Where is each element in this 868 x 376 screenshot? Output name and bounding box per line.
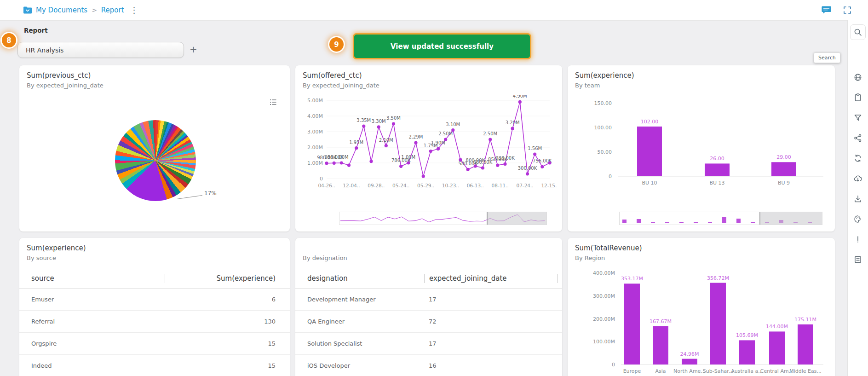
add-tab-button[interactable]: + <box>190 45 197 54</box>
breadcrumb-report[interactable]: Report <box>101 6 124 14</box>
line-point[interactable] <box>399 165 402 168</box>
line-point[interactable] <box>540 165 544 168</box>
x-tick: 10-23.. <box>442 183 459 188</box>
table-row[interactable]: iOS Developer16 <box>295 355 562 376</box>
bar[interactable] <box>769 331 785 364</box>
bar[interactable] <box>771 162 796 176</box>
table-row[interactable]: QA Engineer72 <box>295 311 562 333</box>
y-tick: 1.00M <box>307 160 323 166</box>
line-point[interactable] <box>422 174 425 178</box>
line-point[interactable] <box>496 164 499 167</box>
bar-value-label: 102.00 <box>641 119 659 125</box>
breadcrumb-my-documents[interactable]: My Documents <box>23 6 87 14</box>
line-point[interactable] <box>355 146 358 150</box>
annotation-badge-8: 8 <box>2 33 16 47</box>
bar[interactable] <box>710 283 726 365</box>
table-cell: 16 <box>424 362 557 369</box>
clipboard-icon[interactable] <box>853 93 863 103</box>
line-point[interactable] <box>429 150 432 153</box>
line-point[interactable] <box>385 144 388 147</box>
bar-value-label: 105.69M <box>736 332 758 338</box>
column-header[interactable]: Sum(experience) <box>165 274 285 283</box>
line-point[interactable] <box>481 166 484 169</box>
table-row[interactable]: Orgspire15 <box>19 333 290 355</box>
range-selector[interactable] <box>619 212 822 225</box>
line-point[interactable] <box>474 164 477 168</box>
legend-icon[interactable] <box>270 98 277 108</box>
x-tick: 06-13.. <box>467 183 484 188</box>
tab-hr-analysis[interactable]: HR Analysis <box>17 42 184 58</box>
search-icon[interactable] <box>850 24 866 40</box>
table-row[interactable]: Indeed15 <box>19 355 290 376</box>
column-divider[interactable] <box>285 274 285 283</box>
point-label: 1.56M <box>528 146 542 151</box>
line-point[interactable] <box>392 122 395 125</box>
line-point[interactable] <box>377 125 380 128</box>
bar-value-label: 167.67M <box>650 318 672 324</box>
card-sum-offered-ctc: Sum(offered_ctc) By expected_joining_dat… <box>295 65 562 231</box>
line-point[interactable] <box>451 128 454 132</box>
line-point[interactable] <box>414 141 417 145</box>
card-sum-experience-source: Sum(experience) By source sourceSum(expe… <box>19 238 290 376</box>
y-tick: 5.00M <box>307 98 323 104</box>
line-point[interactable] <box>511 127 514 130</box>
column-divider[interactable] <box>557 274 558 283</box>
bar-chart-team[interactable]: 150.00100.0050.000102.00BU 1026.00BU 132… <box>571 92 829 191</box>
bar-value-label: 353.17M <box>621 276 643 282</box>
line-point[interactable] <box>340 161 343 164</box>
line-point[interactable] <box>518 100 522 104</box>
line-point[interactable] <box>407 161 410 164</box>
line-point[interactable] <box>548 161 551 164</box>
bar[interactable] <box>798 324 813 364</box>
table-row[interactable]: Emuser6 <box>19 289 290 311</box>
globe-icon[interactable] <box>853 72 863 82</box>
line-point[interactable] <box>466 168 470 171</box>
line-point[interactable] <box>347 164 351 167</box>
fullscreen-icon[interactable] <box>842 5 852 15</box>
table-row[interactable]: Referral130 <box>19 311 290 333</box>
line-point[interactable] <box>437 147 440 150</box>
notes-icon[interactable] <box>853 255 863 265</box>
report-menu-kebab-icon[interactable]: ⋮ <box>128 6 140 14</box>
bar[interactable] <box>624 283 640 364</box>
line-point[interactable] <box>369 160 373 163</box>
comments-icon[interactable] <box>821 5 831 15</box>
line-point[interactable] <box>533 152 536 156</box>
column-header[interactable]: expected_joining_date <box>425 274 557 283</box>
share-icon[interactable] <box>853 133 863 143</box>
bar[interactable] <box>705 163 730 176</box>
palette-icon[interactable] <box>853 214 863 224</box>
alert-icon[interactable] <box>853 234 863 244</box>
download-icon[interactable] <box>853 194 863 204</box>
table-row[interactable]: Solution Specialist17 <box>295 333 562 355</box>
filter-icon[interactable] <box>853 113 863 123</box>
line-point[interactable] <box>526 172 529 175</box>
column-header[interactable]: designation <box>295 274 424 283</box>
range-selector[interactable] <box>339 212 547 225</box>
data-table-source: sourceSum(experience)Emuser6Referral130O… <box>19 269 290 376</box>
line-point[interactable] <box>333 162 336 165</box>
line-point[interactable] <box>362 125 365 128</box>
cloud-download-icon[interactable] <box>853 174 863 184</box>
table-row[interactable]: Development Manager17 <box>295 289 562 311</box>
table-cell: QA Engineer <box>295 318 424 325</box>
pie-chart[interactable] <box>115 120 196 201</box>
pie-callout-line <box>177 195 202 199</box>
column-header[interactable]: source <box>19 274 165 283</box>
card-title: Sum(experience) <box>27 244 86 252</box>
line-point[interactable] <box>444 138 447 141</box>
pie-slice-label: 17% <box>204 190 217 197</box>
line-chart[interactable]: 5.00M4.00M3.00M2.00M1.00M0980.00K986.00K… <box>299 95 557 194</box>
bar[interactable] <box>653 326 668 364</box>
bar-value-label: 356.72M <box>707 275 729 281</box>
bar[interactable] <box>682 359 697 364</box>
line-point[interactable] <box>489 138 492 141</box>
sync-icon[interactable] <box>853 153 863 163</box>
range-selected-region[interactable] <box>759 212 822 225</box>
line-point[interactable] <box>325 162 328 165</box>
bar[interactable] <box>739 340 755 364</box>
bar-chart-region[interactable]: 400.00M300.00M200.00M100.00M0353.17MEuro… <box>571 265 829 376</box>
line-point[interactable] <box>503 162 506 166</box>
range-selected-region[interactable] <box>487 212 547 225</box>
bar[interactable] <box>637 127 662 176</box>
